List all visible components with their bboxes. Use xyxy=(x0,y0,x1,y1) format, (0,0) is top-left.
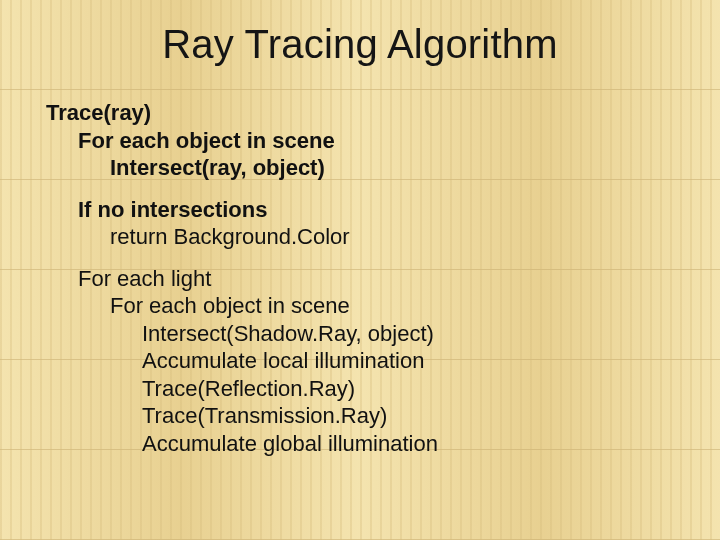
code-line: If no intersections xyxy=(46,196,720,224)
code-line: For each object in scene xyxy=(46,292,720,320)
slide-title: Ray Tracing Algorithm xyxy=(0,0,720,67)
code-line: For each light xyxy=(46,265,720,293)
pseudocode-body: Trace(ray) For each object in scene Inte… xyxy=(46,99,720,457)
code-line: Intersect(ray, object) xyxy=(46,154,720,182)
code-line: Trace(ray) xyxy=(46,99,720,127)
code-block: For each light For each object in scene … xyxy=(46,265,720,458)
code-line: Intersect(Shadow.Ray, object) xyxy=(46,320,720,348)
code-block: If no intersections return Background.Co… xyxy=(46,196,720,251)
code-line: Accumulate global illumination xyxy=(46,430,720,458)
code-line: Trace(Transmission.Ray) xyxy=(46,402,720,430)
code-line: Trace(Reflection.Ray) xyxy=(46,375,720,403)
code-line: For each object in scene xyxy=(46,127,720,155)
code-line: Accumulate local illumination xyxy=(46,347,720,375)
code-line: return Background.Color xyxy=(46,223,720,251)
code-block: Trace(ray) For each object in scene Inte… xyxy=(46,99,720,182)
